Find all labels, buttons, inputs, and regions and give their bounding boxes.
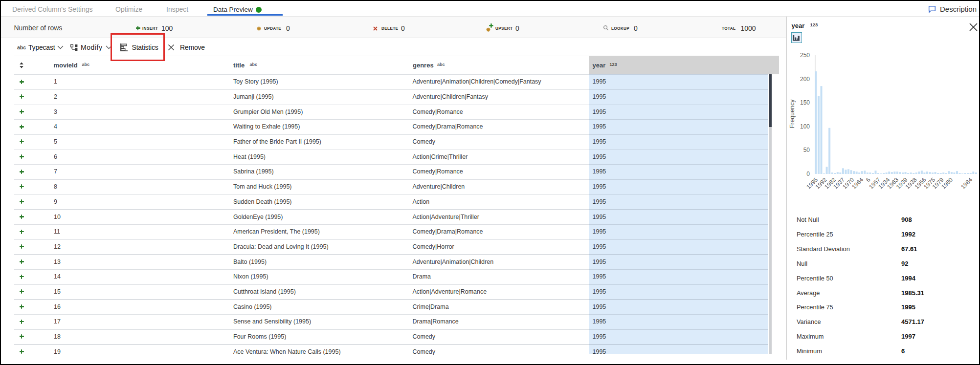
svg-text:1964: 1964 (850, 176, 865, 190)
svg-text:1984: 1984 (959, 176, 974, 190)
svg-text:0: 0 (806, 171, 810, 177)
svg-text:Frequency: Frequency (789, 99, 796, 129)
svg-text:50: 50 (803, 147, 810, 153)
svg-text:200: 200 (800, 76, 810, 83)
svg-text:100: 100 (800, 123, 810, 130)
svg-text:250: 250 (800, 52, 810, 59)
svg-text:150: 150 (800, 99, 810, 106)
